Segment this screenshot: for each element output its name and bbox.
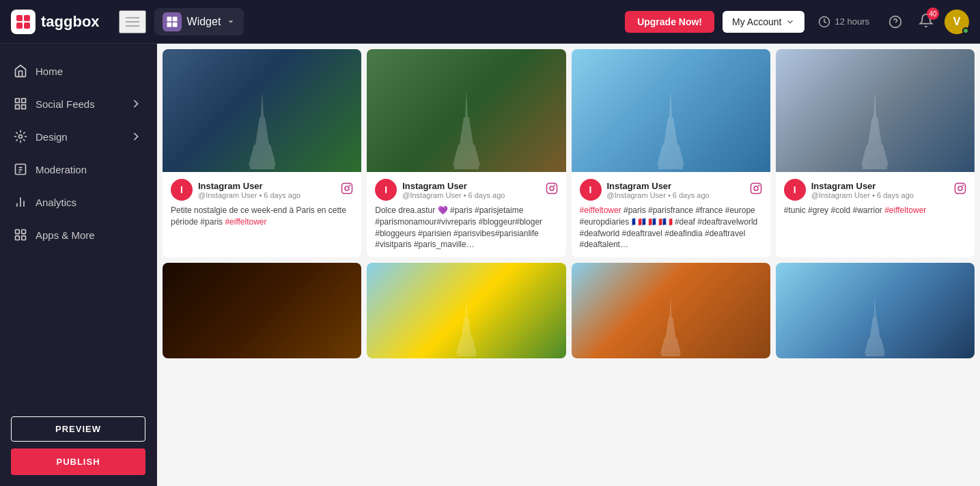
sidebar-item-design[interactable]: Design [0,120,156,153]
svg-rect-25 [16,236,20,240]
post-card-body: I Instagram User @Instagram User • 6 day… [163,172,361,235]
design-icon [14,130,27,143]
chevron-down-icon [226,17,236,27]
user-info: Instagram User @Instagram User • 6 days … [811,181,949,199]
platform-icon [546,182,558,197]
clock-icon [818,16,830,28]
sidebar-item-label: Design [36,131,68,143]
svg-marker-42 [861,90,888,165]
post-user: I Instagram User @Instagram User • 6 day… [375,179,557,201]
post-card: I Instagram User @Instagram User • 6 day… [572,49,770,257]
widget-icon [163,12,182,31]
sidebar-item-analytics[interactable]: Analytics [0,186,156,218]
post-image [572,263,770,358]
time-indicator: 12 hours [813,13,875,31]
post-text: #tunic #grey #cold #warrior #eiffeltower [784,205,966,216]
svg-point-41 [758,185,759,186]
time-label: 12 hours [835,16,869,27]
social-feeds-icon [14,97,27,111]
help-button[interactable] [883,12,908,31]
post-text: Petite nostalgie de ce week-end à Paris … [171,205,353,228]
svg-rect-13 [16,105,20,109]
svg-marker-37 [657,90,684,165]
svg-rect-48 [457,354,475,357]
user-avatar-small: I [375,179,397,201]
user-info: Instagram User @Instagram User • 6 days … [402,181,540,199]
home-icon [14,64,27,78]
svg-point-45 [958,186,962,190]
svg-rect-52 [866,354,884,357]
apps-icon [14,228,27,242]
analytics-icon [14,195,27,209]
post-card-bottom [572,263,770,358]
user-info: Instagram User @Instagram User • 6 days … [607,181,744,199]
sidebar-item-apps-more[interactable]: Apps & More [0,218,156,251]
sidebar-item-social-feeds[interactable]: Social Feeds [0,87,156,120]
widget-selector[interactable]: Widget [154,8,244,35]
post-image [572,49,770,172]
avatar-letter: V [953,16,961,28]
widget-label: Widget [187,16,221,28]
sidebar: Home Social Feeds Design Moderation Anal… [0,44,157,486]
chevron-right-icon [129,130,143,143]
username: Instagram User [811,181,949,191]
logo-text: taggbox [41,13,100,31]
svg-rect-24 [22,230,26,234]
post-user: I Instagram User @Instagram User • 6 day… [784,179,966,201]
sidebar-item-moderation[interactable]: Moderation [0,153,156,186]
sidebar-item-label: Apps & More [36,229,95,241]
svg-marker-27 [249,90,276,165]
post-image [163,263,361,358]
svg-rect-29 [342,184,352,194]
post-image [776,263,975,358]
svg-rect-39 [751,184,761,194]
sidebar-item-label: Social Feeds [36,98,95,110]
moderation-icon [14,162,27,176]
user-handle-time: @Instagram User • 6 days ago [607,191,744,199]
user-avatar-small: I [784,179,806,201]
help-icon [888,15,902,29]
platform-icon [341,182,353,197]
post-image [367,49,565,172]
user-handle-time: @Instagram User • 6 days ago [402,191,540,199]
user-avatar[interactable]: V [944,10,969,34]
svg-rect-12 [22,99,26,103]
username: Instagram User [607,181,744,191]
publish-button[interactable]: PUBLISH [11,448,145,475]
svg-point-35 [550,186,554,190]
post-card-bottom [367,263,565,358]
svg-rect-43 [863,165,887,169]
logo-icon [11,10,36,34]
upgrade-button[interactable]: Upgrade Now! [625,11,714,33]
my-account-button[interactable]: My Account [723,11,804,33]
svg-rect-7 [172,22,177,27]
user-handle-time: @Instagram User • 6 days ago [811,191,949,199]
post-card-bottom [163,263,361,358]
post-card-bottom [776,263,975,358]
svg-point-31 [349,185,350,186]
post-user: I Instagram User @Instagram User • 6 day… [580,179,762,201]
svg-point-30 [345,186,349,190]
svg-marker-49 [660,297,681,354]
svg-rect-34 [546,184,557,194]
svg-rect-0 [16,15,23,21]
preview-button[interactable]: PREVIEW [11,416,145,442]
svg-point-46 [962,185,964,186]
sidebar-item-home[interactable]: Home [0,55,156,87]
platform-icon [750,182,762,197]
svg-rect-6 [167,22,171,27]
svg-rect-14 [22,105,26,109]
svg-rect-23 [16,230,20,234]
svg-rect-33 [454,165,479,169]
svg-point-40 [754,186,758,190]
notifications-button[interactable]: 40 [916,10,936,33]
post-card-body: I Instagram User @Instagram User • 6 day… [572,172,770,257]
svg-point-15 [19,135,23,139]
svg-rect-50 [662,354,680,357]
platform-icon [954,182,966,197]
svg-rect-3 [24,23,30,29]
svg-rect-2 [16,23,23,29]
svg-point-36 [554,185,555,186]
hamburger-button[interactable] [119,10,146,33]
svg-marker-47 [456,297,477,354]
